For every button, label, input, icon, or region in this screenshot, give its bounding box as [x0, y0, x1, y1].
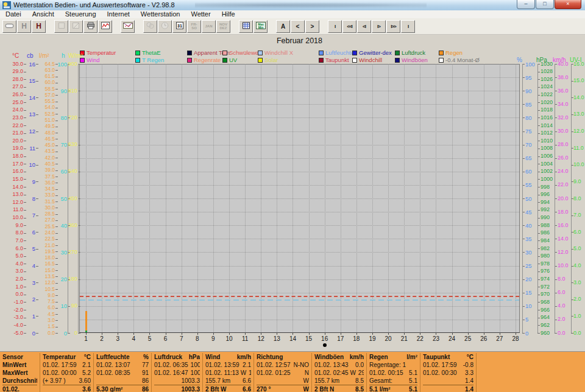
hpa-axis-label: 1018	[541, 107, 567, 113]
toolbar-group: A<>	[276, 20, 320, 33]
fast-back-button[interactable]: <<I	[342, 20, 356, 33]
axis-tick	[24, 172, 26, 172]
connect-button[interactable]	[2, 20, 16, 33]
w-m-axis-label: 720	[51, 115, 77, 121]
h-red-icon: H	[36, 22, 41, 30]
axis-tick	[24, 110, 26, 111]
menu-ansicht[interactable]: Ansicht	[27, 10, 60, 18]
day-view-button[interactable]: 31	[172, 20, 186, 33]
day-label: 22	[413, 335, 427, 342]
menu-internet[interactable]: Internet	[102, 10, 135, 18]
print-button[interactable]	[83, 20, 98, 33]
hpa-axis-label: 1004	[541, 161, 567, 167]
maximize-button[interactable]: □	[536, 0, 554, 9]
auto-scale-button[interactable]: A	[276, 20, 290, 33]
legend-taupunkt: Taupunkt	[319, 57, 349, 63]
table-row: 1.4	[423, 385, 473, 392]
l-m-axis-unit: l/m²	[39, 52, 49, 59]
table-row: 01.02. 06:351001.8	[154, 361, 200, 369]
axis-tick	[55, 320, 58, 321]
menu-wetter[interactable]: Wetter	[185, 10, 216, 18]
day-label: 24	[445, 335, 459, 342]
range-start-button[interactable]: I	[328, 20, 342, 33]
table-row: 01.02. 08:3591	[96, 369, 149, 377]
axis-tick	[555, 333, 557, 334]
table-row: 01.02. 17:592.1	[43, 361, 91, 369]
stats-button[interactable]	[143, 20, 157, 33]
day-label: 1	[79, 335, 93, 342]
table-col-header: Temperatur°C	[43, 353, 91, 361]
l-m-axis-label: 60.0	[28, 80, 55, 85]
x-axis-tick	[452, 333, 453, 335]
table-cell-label: 270 °	[257, 385, 271, 392]
table-cell-value: 6.6	[233, 377, 251, 385]
legend-color-box	[187, 58, 192, 63]
l-m-axis-label: 21.0	[28, 243, 55, 248]
year-view-button[interactable]: NOV DEZ	[216, 20, 230, 33]
fast-back-button-label: <<I	[347, 24, 352, 29]
month-view-button[interactable]: JAN	[202, 20, 216, 33]
minmax-view-button[interactable]: MaxMin	[254, 20, 268, 33]
menu-datei[interactable]: Datei	[0, 10, 27, 18]
send-mail-button[interactable]	[121, 20, 135, 33]
close-button[interactable]: ×	[555, 0, 581, 9]
save-active-button[interactable]: H	[32, 20, 46, 33]
minimize-button[interactable]: –	[517, 0, 535, 9]
toolbar-group: I<<I<II>I>>I	[328, 20, 416, 33]
next-button[interactable]: >	[305, 20, 319, 33]
prev-button[interactable]: <	[291, 20, 305, 33]
x-axis-tick	[261, 333, 261, 335]
fast-fwd-button-label: I>>	[391, 24, 396, 29]
edit-record-button[interactable]	[69, 20, 83, 33]
fast-fwd-button[interactable]: I>>	[386, 20, 400, 33]
uv-i-axis-unit: UV-I	[570, 57, 581, 63]
range-end-button[interactable]: I	[401, 20, 415, 33]
uv-i-axis-label: 3.0	[573, 280, 585, 285]
table-view-button[interactable]	[239, 20, 253, 33]
table-row: 01.02. 02:45 W29.9	[314, 369, 364, 377]
table-cell-label: 155.7 km	[314, 377, 339, 385]
w-m-axis-label: 0	[51, 331, 77, 336]
axis-tick	[24, 87, 26, 88]
new-record-button[interactable]	[54, 20, 68, 33]
table-cell-value: 91	[133, 369, 149, 377]
table-cell-label: 01.02. 12:57	[257, 361, 291, 369]
menu-hilfe[interactable]: Hilfe	[216, 10, 241, 18]
step-fwd-button[interactable]: I>	[372, 20, 386, 33]
axis-tick	[55, 102, 58, 102]
c-axis-label: -4.0	[0, 323, 23, 328]
table-cell-value: 6.6	[229, 385, 251, 392]
x-axis-tick	[516, 333, 516, 335]
window-title: Wetterstation Bedien- und Auswertesoftwa…	[13, 1, 175, 9]
legend-label: Gewitter-dex	[359, 50, 392, 55]
legend-color-box	[258, 51, 263, 55]
table-col-header: Regenl/m²	[369, 353, 417, 361]
axis-tick	[78, 333, 80, 334]
chart-view-button[interactable]	[98, 20, 112, 33]
c-axis-label: 27.0	[0, 84, 23, 89]
menu-steuerung[interactable]: Steuerung	[60, 10, 102, 18]
table-cell-value: 1.4	[425, 377, 473, 385]
table-cell-value: -0.8	[459, 361, 473, 369]
c-axis-label: 11.0	[0, 207, 23, 212]
table-cell-label: 01.02. 13:43	[314, 361, 349, 369]
uv-i-axis-label: 14.0	[573, 95, 585, 100]
save-button[interactable]: H	[17, 20, 31, 33]
table-cell-value: 2.1	[79, 361, 91, 369]
c-axis-label: 16.0	[0, 169, 23, 174]
table-cell-value: 1003.3	[157, 377, 200, 385]
day-label: 19	[366, 335, 379, 342]
h-axis-unit: h	[62, 52, 65, 59]
x-axis-tick	[86, 333, 87, 335]
legend-regenrate: Regenrate	[187, 57, 221, 63]
step-back-button[interactable]: <I	[357, 20, 371, 33]
axis-tick	[24, 271, 26, 272]
axis-tick	[55, 239, 58, 240]
time-button[interactable]	[158, 20, 172, 33]
table-row-label: MinWert	[2, 361, 37, 369]
hpa-axis-label: 1028	[541, 69, 567, 74]
menu-wetterstation[interactable]: Wetterstation	[135, 10, 186, 18]
l-m-axis-label: 42.0	[28, 155, 55, 161]
weekend-view-button[interactable]: FR-SO	[187, 20, 201, 33]
legend-schw-lewert: Schwülewert	[222, 50, 262, 55]
